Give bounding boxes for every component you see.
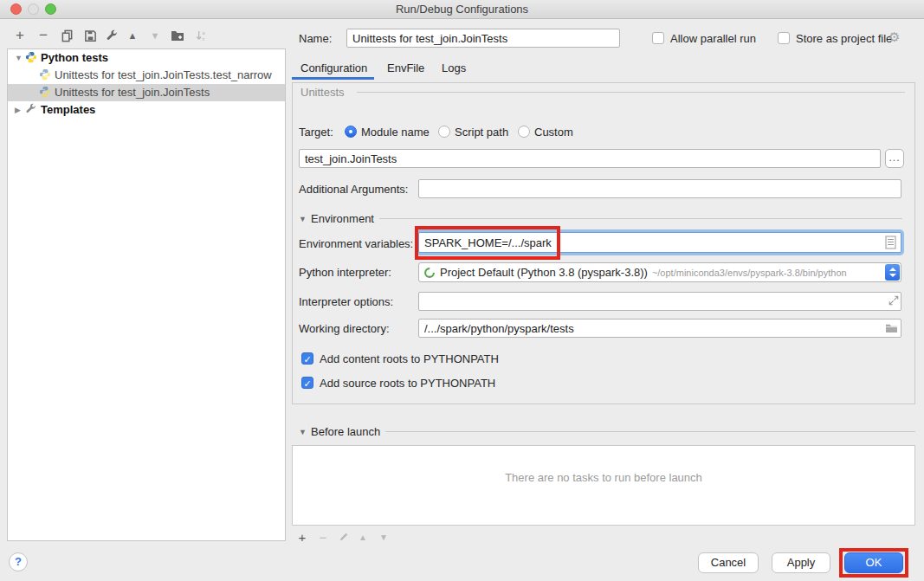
apply-button[interactable]: Apply xyxy=(772,552,830,573)
remove-configuration-icon[interactable]: − xyxy=(35,27,52,44)
add-content-roots-label: Add content roots to PYTHONPATH xyxy=(320,352,499,365)
add-content-roots-checkbox[interactable]: ✓ xyxy=(301,352,313,365)
additional-arguments-input[interactable] xyxy=(418,179,901,198)
svg-text:a: a xyxy=(202,29,205,35)
remove-task-icon: − xyxy=(315,529,331,545)
working-directory-label: Working directory: xyxy=(299,322,390,335)
store-as-project-file-checkbox[interactable] xyxy=(778,32,790,44)
tree-item-label: Unittests for test_join.JoinTests xyxy=(55,86,210,99)
tree-item-templates[interactable]: ▶Templates xyxy=(8,101,285,119)
name-label: Name: xyxy=(299,32,332,45)
tree-item-label: Python tests xyxy=(41,51,108,64)
tree-item-unittests-jointests-selected[interactable]: Unittests for test_join.JoinTests xyxy=(8,84,285,101)
collapse-caret-icon[interactable]: ▼ xyxy=(15,49,25,67)
add-source-roots-label: Add source roots to PYTHONPATH xyxy=(320,377,495,390)
before-launch-empty-text: There are no tasks to run before launch xyxy=(293,471,914,484)
tab-configuration[interactable]: Configuration xyxy=(300,61,367,74)
environment-variables-label: Environment variables: xyxy=(299,237,413,250)
run-debug-configurations-dialog: Run/Debug Configurations + − ▲ ▼ az ▼Pyt… xyxy=(0,0,924,581)
title-bar: Run/Debug Configurations xyxy=(0,0,924,19)
target-custom-radio[interactable] xyxy=(518,126,530,138)
templates-wrench-icon xyxy=(25,103,37,115)
tab-logs[interactable]: Logs xyxy=(442,61,466,74)
tree-item-label: Unittests for test_join.JoinTests.test_n… xyxy=(55,68,272,81)
edit-task-pencil-icon xyxy=(336,529,352,545)
active-tab-underline xyxy=(292,77,374,80)
add-configuration-icon[interactable]: + xyxy=(11,27,29,44)
python-interpreter-value: Project Default (Python 3.8 (pyspark-3.8… xyxy=(440,266,648,279)
select-stepper-icon[interactable] xyxy=(885,264,900,281)
before-launch-collapse-caret-icon[interactable]: ▼ xyxy=(299,428,307,436)
python-interpreter-path: ~/opt/miniconda3/envs/pyspark-3.8/bin/py… xyxy=(652,268,847,278)
target-script-path-label: Script path xyxy=(455,126,508,139)
move-up-icon[interactable]: ▲ xyxy=(124,27,141,44)
environment-collapse-caret-icon[interactable]: ▼ xyxy=(299,215,307,223)
gear-icon[interactable]: ⚙ xyxy=(888,29,900,45)
python-test-icon xyxy=(39,68,51,81)
python-tests-icon xyxy=(25,51,37,63)
add-source-roots-checkbox[interactable]: ✓ xyxy=(301,377,313,389)
target-label: Target: xyxy=(299,126,333,139)
working-directory-input[interactable] xyxy=(418,319,901,338)
name-input[interactable] xyxy=(346,29,620,48)
move-task-down-icon: ▼ xyxy=(376,529,391,545)
target-module-name-label: Module name xyxy=(361,126,430,139)
group-title-rule xyxy=(357,92,905,93)
environment-section-header: Environment xyxy=(311,212,374,225)
allow-parallel-run-checkbox[interactable] xyxy=(652,32,664,44)
store-as-project-file-label: Store as project file xyxy=(796,32,892,45)
environment-section-rule xyxy=(379,218,902,219)
ok-button[interactable]: OK xyxy=(844,552,903,573)
browse-folder-icon[interactable] xyxy=(885,322,898,336)
interpreter-options-label: Interpreter options: xyxy=(299,295,393,308)
python-test-icon xyxy=(39,86,51,98)
conda-environment-icon xyxy=(423,267,436,279)
help-button[interactable]: ? xyxy=(9,552,28,571)
before-launch-header: Before launch xyxy=(311,425,380,438)
target-script-path-radio[interactable] xyxy=(438,126,450,138)
allow-parallel-run-label: Allow parallel run xyxy=(670,32,756,45)
target-module-name-radio[interactable] xyxy=(345,126,357,138)
window-title: Run/Debug Configurations xyxy=(0,3,924,16)
edit-variables-list-icon[interactable] xyxy=(885,236,896,252)
move-task-up-icon: ▲ xyxy=(355,529,371,545)
target-custom-label: Custom xyxy=(534,126,573,139)
interpreter-options-input[interactable] xyxy=(418,292,901,311)
sort-alphabetically-icon: az xyxy=(192,27,210,44)
move-down-icon: ▼ xyxy=(146,27,164,44)
before-launch-tasks-list: There are no tasks to run before launch xyxy=(292,445,915,526)
edit-templates-wrench-icon[interactable] xyxy=(103,27,120,44)
python-interpreter-label: Python interpreter: xyxy=(299,266,391,279)
tab-envfile[interactable]: EnvFile xyxy=(387,61,424,74)
tree-item-unittests-test-narrow[interactable]: Unittests for test_join.JoinTests.test_n… xyxy=(8,67,285,84)
python-interpreter-select[interactable]: Project Default (Python 3.8 (pyspark-3.8… xyxy=(418,262,901,282)
tree-item-python-tests[interactable]: ▼Python tests xyxy=(8,49,285,67)
expand-caret-icon[interactable]: ▶ xyxy=(15,101,25,119)
save-configuration-icon[interactable] xyxy=(81,27,99,44)
svg-text:z: z xyxy=(202,36,204,42)
cancel-button[interactable]: Cancel xyxy=(698,552,759,573)
configurations-tree: ▼Python tests Unittests for test_join.Jo… xyxy=(7,48,286,541)
additional-arguments-label: Additional Arguments: xyxy=(299,183,408,196)
environment-variables-input[interactable] xyxy=(418,232,901,253)
expand-editor-icon[interactable] xyxy=(888,295,899,308)
target-module-input[interactable] xyxy=(299,149,881,168)
new-folder-icon[interactable] xyxy=(169,27,186,44)
unittests-group-title: Unittests xyxy=(300,86,345,99)
tree-item-label: Templates xyxy=(41,103,95,116)
browse-button[interactable]: ... xyxy=(885,149,904,168)
before-launch-rule xyxy=(385,431,915,432)
copy-configuration-icon[interactable] xyxy=(58,27,75,44)
add-task-icon[interactable]: + xyxy=(294,529,310,545)
